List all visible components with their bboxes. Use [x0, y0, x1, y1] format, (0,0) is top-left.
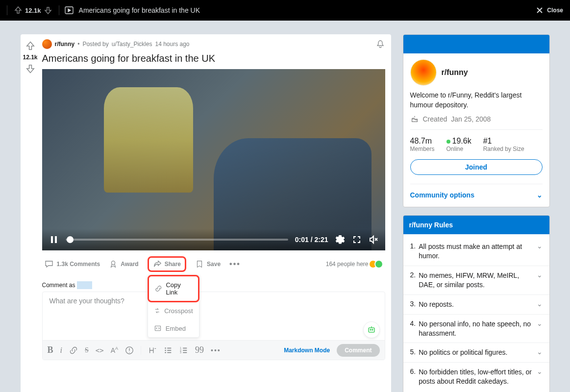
toolbar-more-button[interactable]: ••• — [211, 346, 221, 354]
rule-item[interactable]: 5.No politics or political figures.⌄ — [403, 343, 549, 363]
superscript-button[interactable]: AA — [111, 346, 118, 354]
volume-muted-icon[interactable] — [369, 235, 378, 245]
community-avatar[interactable] — [410, 59, 437, 86]
rule-text: No politics or political figures. — [419, 348, 533, 357]
share-button[interactable]: Share — [148, 256, 186, 272]
community-description: Welcome to r/Funny, Reddit's largest hum… — [410, 91, 543, 110]
community-options-label: Community options — [410, 191, 474, 199]
comments-label: 1.3k Comments — [57, 261, 100, 268]
posted-by-prefix: Posted by — [82, 41, 108, 48]
crosspost-item[interactable]: Crosspost — [148, 302, 199, 319]
chevron-down-icon: ⌄ — [537, 271, 543, 279]
rule-text: All posts must make an attempt at humor. — [419, 242, 533, 261]
post-title: Americans going for breakfast in the UK — [42, 53, 385, 64]
cake-icon — [410, 115, 419, 123]
rule-number: 4. — [410, 319, 416, 327]
submit-comment-button[interactable]: Comment — [337, 344, 379, 357]
time-total: 2:21 — [314, 236, 328, 244]
svg-rect-2 — [55, 236, 57, 243]
bookmark-icon — [195, 260, 204, 269]
italic-button[interactable]: i — [60, 346, 62, 355]
rule-item[interactable]: 2.No memes, HIFW, MRW, MeIRL, DAE, or si… — [403, 266, 549, 295]
members-value: 48.7m — [410, 137, 435, 146]
viewers-indicator: 164 people here — [326, 260, 383, 269]
close-button[interactable]: Close — [535, 6, 563, 15]
copy-link-item[interactable]: Copy Link — [148, 275, 199, 302]
post-meta-row: r/funny • Posted by u/Tasty_Pickles 14 h… — [42, 39, 385, 49]
comment-editor[interactable]: What are your thoughts? B i S <> AA 123 — [42, 292, 385, 360]
crosspost-icon — [154, 307, 160, 315]
bullet-list-icon[interactable] — [164, 346, 173, 355]
quote-button[interactable]: 99 — [195, 345, 204, 355]
code-button[interactable]: <> — [96, 346, 104, 354]
about-community-card: r/funny Welcome to r/Funny, Reddit's lar… — [403, 34, 550, 207]
community-created: Created Jan 25, 2008 — [410, 115, 543, 123]
more-actions-button[interactable]: ••• — [229, 260, 241, 269]
video-controls: 0:01 / 2:21 — [42, 229, 385, 250]
comment-as-user[interactable] — [77, 281, 92, 289]
rule-item[interactable]: 1.All posts must make an attempt at humo… — [403, 237, 549, 266]
fullscreen-icon[interactable] — [352, 235, 362, 245]
stat-rank: #1 Ranked by Size — [483, 137, 524, 152]
overlay-top-bar: 12.1k Americans going for breakfast in t… — [0, 0, 570, 21]
rule-item[interactable]: 6.No forbidden titles, low-effort titles… — [403, 363, 549, 391]
online-label: Online — [446, 146, 471, 152]
sidebar: r/funny Welcome to r/Funny, Reddit's lar… — [403, 34, 550, 392]
award-button[interactable]: Award — [109, 260, 138, 269]
embed-item[interactable]: Embed — [148, 319, 199, 337]
video-frame — [42, 69, 385, 250]
bold-button[interactable]: B — [48, 345, 53, 355]
svg-point-10 — [165, 349, 166, 351]
post-vote-column: 12.1k — [21, 34, 40, 392]
rank-value: #1 — [483, 137, 524, 146]
rule-item[interactable]: 3.No reposts.⌄ — [403, 295, 549, 315]
chevron-down-icon: ⌄ — [537, 191, 543, 199]
svg-point-9 — [165, 347, 166, 349]
about-header: r/funny — [410, 59, 543, 86]
rules-card: r/funny Rules 1.All posts must make an a… — [403, 215, 550, 392]
upvote-icon[interactable] — [13, 5, 23, 15]
upvote-icon[interactable] — [25, 40, 36, 52]
time-sep: / — [309, 236, 315, 244]
author-link[interactable]: u/Tasty_Pickles — [112, 41, 152, 48]
strike-button[interactable]: S — [85, 346, 89, 354]
editor-emoji-fab[interactable] — [363, 321, 380, 338]
heading-button-icon[interactable] — [148, 346, 157, 355]
joined-button[interactable]: Joined — [410, 159, 543, 175]
video-post-icon — [64, 5, 74, 15]
copy-link-label: Copy Link — [166, 281, 192, 296]
progress-thumb[interactable] — [67, 236, 74, 243]
save-button[interactable]: Save — [195, 260, 221, 269]
stat-members: 48.7m Members — [410, 137, 435, 152]
link-button-icon[interactable] — [69, 346, 78, 355]
downvote-icon[interactable] — [25, 63, 36, 74]
svg-point-6 — [370, 329, 371, 330]
notify-bell-button[interactable] — [375, 39, 385, 49]
svg-rect-13 — [167, 350, 171, 351]
rule-text: No personal info, no hate speech, no har… — [419, 319, 533, 338]
editor-toolbar: B i S <> AA 123 99 ••• Markdown Mode Com… — [43, 340, 385, 360]
markdown-mode-toggle[interactable]: Markdown Mode — [284, 347, 330, 354]
downvote-icon[interactable] — [43, 5, 53, 15]
pause-icon[interactable] — [49, 235, 59, 245]
progress-bar[interactable] — [66, 239, 288, 241]
content-wrap: 12.1k r/funny • Posted by u/Tasty_Pickle… — [21, 21, 550, 392]
settings-gear-icon[interactable] — [335, 235, 345, 245]
svg-text:3: 3 — [180, 351, 181, 354]
rule-item[interactable]: 4.No personal info, no hate speech, no h… — [403, 315, 549, 343]
spoiler-button-icon[interactable] — [125, 346, 134, 355]
embed-label: Embed — [166, 325, 186, 332]
time-current: 0:01 — [295, 236, 309, 244]
comment-as-prefix: Comment as — [42, 282, 75, 289]
share-wrap: Share Copy Link Crosspost — [148, 256, 186, 272]
svg-rect-12 — [167, 347, 171, 348]
comments-button[interactable]: 1.3k Comments — [44, 259, 100, 269]
share-icon — [153, 260, 162, 269]
subreddit-avatar[interactable] — [42, 39, 52, 49]
community-name[interactable]: r/funny — [442, 68, 468, 77]
video-player[interactable]: 0:01 / 2:21 — [42, 69, 385, 250]
comment-as-line: Comment as — [42, 282, 385, 289]
subreddit-link[interactable]: r/funny — [55, 41, 75, 48]
number-list-icon[interactable]: 123 — [179, 346, 188, 355]
community-options-toggle[interactable]: Community options ⌄ — [410, 184, 543, 201]
